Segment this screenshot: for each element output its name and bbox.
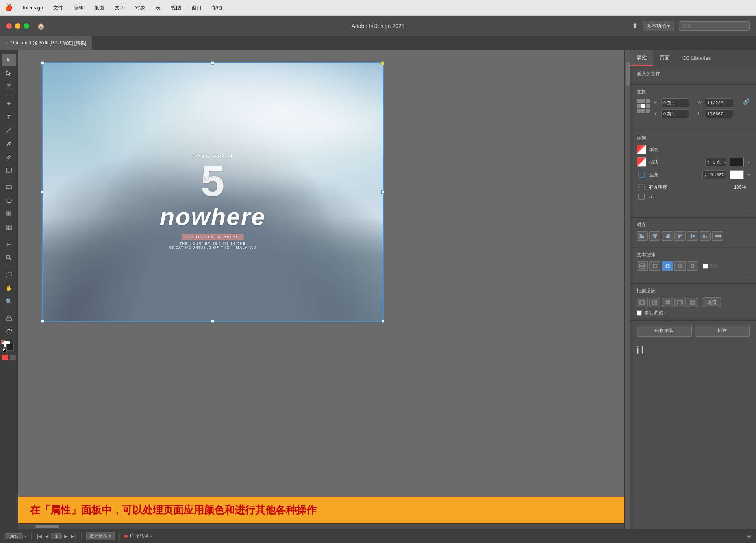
align-top-edges-button[interactable] xyxy=(674,231,686,241)
scroll-thumb-h[interactable] xyxy=(35,525,59,528)
maximize-window-button[interactable] xyxy=(24,23,29,29)
pen-tool[interactable] xyxy=(2,137,16,150)
tab-cc-libraries[interactable]: CC Libraries xyxy=(676,51,717,66)
first-page-button[interactable]: |◀ xyxy=(36,534,43,539)
textwrap-more-button[interactable]: ··· xyxy=(637,271,750,279)
appearance-more-button[interactable]: ··· xyxy=(637,205,750,213)
current-page-input[interactable] xyxy=(51,533,62,539)
corner-style-dropdown[interactable]: ▾ xyxy=(748,173,750,177)
handle-top-middle[interactable] xyxy=(211,61,214,65)
fx-icon[interactable] xyxy=(637,192,646,201)
zoom-dropdown-arrow[interactable]: ▾ xyxy=(24,534,26,538)
convert-shape-button[interactable]: 转换形状 xyxy=(637,325,692,337)
indesign-menu[interactable]: InDesign xyxy=(21,4,44,11)
publish-dropdown[interactable]: 数码发布 ▾ xyxy=(86,532,115,540)
handle-bottom-middle[interactable] xyxy=(211,320,214,323)
tab-close-button[interactable]: × xyxy=(6,41,8,45)
stroke-up-arrow[interactable]: ▲ xyxy=(707,159,710,162)
align-bottom-edges-button[interactable] xyxy=(700,231,711,241)
reference-point-grid[interactable] xyxy=(637,99,650,113)
document-tab[interactable]: × *Tour.indd @ 36% [GPU 预览] [转换] xyxy=(0,36,92,50)
stroke-down-arrow[interactable]: ▼ xyxy=(707,162,710,165)
help-menu[interactable]: 帮助 xyxy=(210,4,224,12)
wrap-bounding-box-button[interactable] xyxy=(649,261,660,271)
share-button[interactable]: ⬆ xyxy=(632,22,638,30)
layout-menu[interactable]: 版面 xyxy=(93,4,106,12)
normal-mode-button[interactable] xyxy=(10,355,16,360)
workspace-dropdown[interactable]: 基本功能 ▾ xyxy=(643,21,674,31)
type-tool[interactable]: T xyxy=(2,111,16,123)
grid-tool[interactable] xyxy=(2,208,16,220)
free-transform-tool[interactable] xyxy=(2,268,16,281)
fit-content-proportionally-button[interactable] xyxy=(687,298,698,307)
home-icon[interactable]: 🏠 xyxy=(35,20,46,31)
window-menu[interactable]: 窗口 xyxy=(190,4,203,12)
document-frame[interactable]: DAYS FROM 5 nowhere VISIONS FROM NEPAL T… xyxy=(42,62,384,322)
view-menu[interactable]: 视图 xyxy=(169,4,183,12)
align-centers-h-button[interactable] xyxy=(649,231,660,241)
ellipse-tool[interactable] xyxy=(2,194,16,207)
content-grabber[interactable] xyxy=(2,312,16,325)
handle-top-left[interactable] xyxy=(41,61,44,65)
swap-colors-icon[interactable] xyxy=(1,340,5,344)
file-menu[interactable]: 文件 xyxy=(52,4,65,12)
handle-bottom-left[interactable] xyxy=(41,320,44,323)
prev-page-button[interactable]: ◀ xyxy=(44,534,49,539)
tab-pages[interactable]: 页面 xyxy=(653,50,676,66)
corner-style-swatch[interactable] xyxy=(730,170,744,179)
y-input[interactable] xyxy=(661,109,689,118)
type-menu[interactable]: 文字 xyxy=(113,4,126,12)
stroke-stepper[interactable]: ▲ ▼ 0 点 ▾ xyxy=(705,158,726,166)
transform-more-button[interactable]: ··· xyxy=(637,118,750,127)
align-right-edges-button[interactable] xyxy=(662,231,673,241)
errors-indicator[interactable]: 11 个错误 ▾ xyxy=(124,533,152,539)
auto-adjust-checkbox[interactable] xyxy=(637,310,642,316)
preview-mode-button[interactable] xyxy=(2,355,8,360)
next-page-button[interactable]: ▶ xyxy=(63,534,69,539)
apple-menu[interactable]: 🍎 xyxy=(5,4,13,11)
scroll-thumb-v[interactable] xyxy=(626,62,630,86)
table-tool[interactable] xyxy=(2,221,16,234)
reverse-checkbox[interactable] xyxy=(703,264,708,269)
opacity-icon[interactable] xyxy=(637,183,646,192)
transform-tool[interactable] xyxy=(2,251,16,264)
corner-up-arrow[interactable]: ▲ xyxy=(704,172,707,175)
scissors-tool[interactable]: ✂ xyxy=(2,238,16,251)
vertical-scrollbar[interactable] xyxy=(624,50,630,529)
distribute-button[interactable] xyxy=(712,231,723,241)
fill-icon[interactable] xyxy=(637,145,646,154)
jump-object-button[interactable] xyxy=(674,261,686,271)
arrange-button[interactable]: 排列 xyxy=(695,325,750,337)
center-content-button[interactable] xyxy=(662,298,673,307)
last-page-button[interactable]: ▶| xyxy=(70,534,76,539)
stroke-icon[interactable] xyxy=(637,157,646,167)
corner-icon[interactable] xyxy=(637,170,646,179)
pencil-tool[interactable] xyxy=(2,151,16,163)
wrap-object-shape-button[interactable] xyxy=(662,261,673,271)
stroke-color-dropdown[interactable]: ▾ xyxy=(748,160,750,164)
stroke-color-swatch[interactable] xyxy=(730,158,744,166)
w-input[interactable] xyxy=(705,98,733,107)
layout-grid-icon[interactable]: ⊞ xyxy=(747,533,751,539)
zoom-input[interactable] xyxy=(5,533,23,539)
handle-middle-left[interactable] xyxy=(41,190,44,194)
h-input[interactable] xyxy=(705,109,733,118)
horizontal-scrollbar[interactable] xyxy=(18,523,624,529)
tab-properties[interactable]: 属性 xyxy=(630,50,653,66)
align-centers-v-button[interactable] xyxy=(687,231,698,241)
corner-stepper[interactable]: ▲ ▼ 0.1667 xyxy=(702,170,726,179)
corner-down-arrow[interactable]: ▼ xyxy=(704,175,707,177)
zoom-tool[interactable]: 🔍 xyxy=(2,295,16,308)
handle-bottom-right[interactable] xyxy=(381,320,384,323)
gap-tool[interactable] xyxy=(2,97,16,110)
line-tool[interactable] xyxy=(2,124,16,137)
no-wrap-button[interactable] xyxy=(637,261,648,271)
page-tool[interactable] xyxy=(2,80,16,93)
search-input[interactable] xyxy=(679,21,750,31)
hand-tool[interactable]: ✋ xyxy=(2,282,16,294)
handle-middle-right[interactable] xyxy=(381,190,384,194)
edit-menu[interactable]: 编辑 xyxy=(72,4,85,12)
jump-to-next-column-button[interactable] xyxy=(687,261,698,271)
table-menu[interactable]: 表 xyxy=(154,4,162,12)
fill-frame-proportionally-button[interactable] xyxy=(674,298,686,307)
